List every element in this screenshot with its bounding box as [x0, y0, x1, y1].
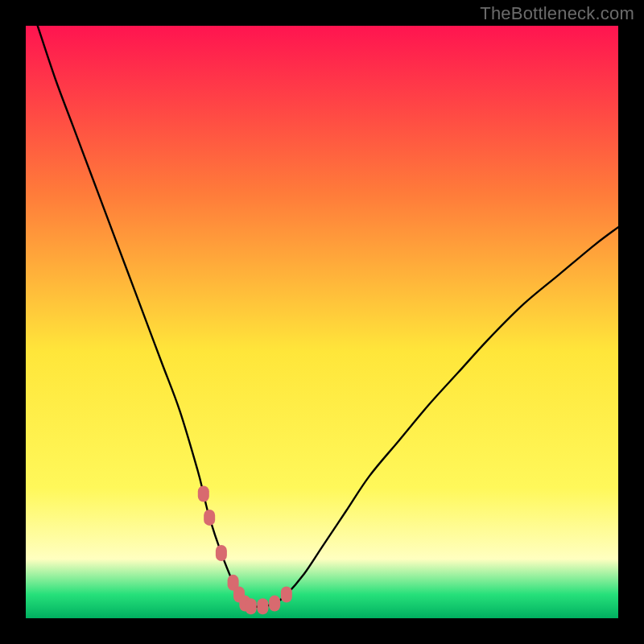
gradient-background: [26, 26, 618, 618]
curve-marker: [246, 598, 257, 614]
chart-stage: TheBottleneck.com: [0, 0, 644, 644]
curve-marker: [281, 587, 292, 603]
plot-area: [26, 26, 618, 618]
curve-marker: [257, 598, 268, 614]
watermark-text: TheBottleneck.com: [480, 3, 634, 24]
curve-marker: [204, 510, 215, 526]
curve-marker: [216, 545, 227, 561]
bottleneck-curve-chart: [26, 26, 618, 618]
curve-marker: [198, 485, 209, 502]
curve-marker: [269, 596, 280, 612]
